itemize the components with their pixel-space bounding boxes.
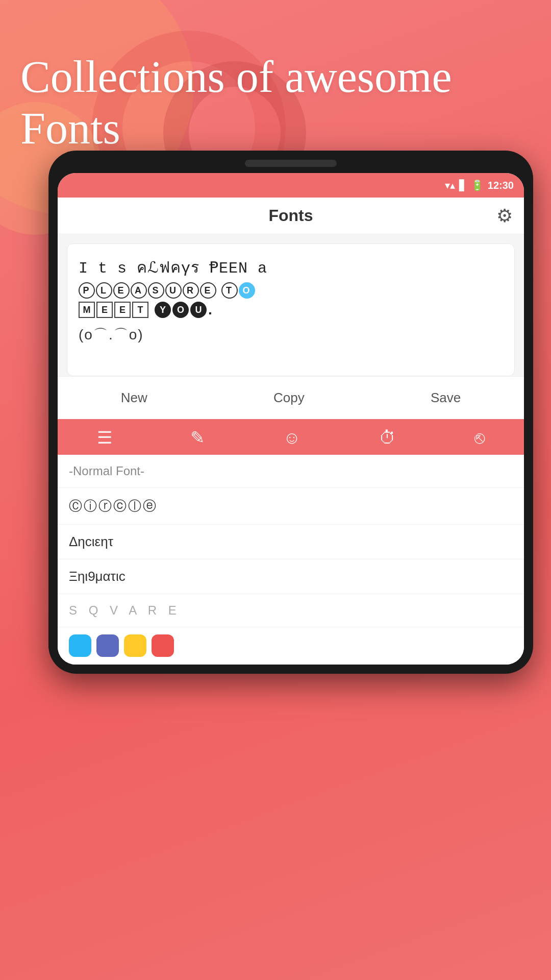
- font-item-enigmatic[interactable]: Ξηι9ματιc: [58, 559, 524, 594]
- settings-button[interactable]: ⚙: [496, 205, 513, 227]
- font-section-label: -Normal Font-: [58, 455, 524, 488]
- tab-history-icon[interactable]: ⏱: [379, 428, 396, 448]
- box-E: E: [96, 302, 113, 318]
- tab-bar: ☰ ✎ ☺ ⏱ ⎋: [58, 419, 524, 455]
- font-enigmatic-display: Ξηι9ματιc: [69, 569, 126, 584]
- font-circle-display: Ⓒⓘⓡⓒⓛⓔ: [69, 498, 158, 513]
- circle-Y: Y: [155, 302, 171, 318]
- font-ancient-display: Δηcιεητ: [69, 534, 113, 549]
- brand-dot-yellow: [124, 634, 146, 657]
- wifi-icon: ▾▴: [445, 179, 455, 191]
- brand-dot-blue: [69, 634, 91, 657]
- circle-U: U: [190, 302, 207, 318]
- period: .: [208, 302, 212, 318]
- signal-icon: ▋: [459, 179, 467, 191]
- box-E2: E: [114, 302, 131, 318]
- preview-line2: P L E A S U R E T O: [79, 282, 503, 299]
- tab-edit-icon[interactable]: ✎: [190, 427, 205, 448]
- font-item-brand[interactable]: [58, 627, 524, 665]
- brand-dot-purple: [96, 634, 119, 657]
- brand-dot-red: [152, 634, 174, 657]
- letter-T: T: [221, 282, 238, 299]
- phone-speaker: [245, 160, 337, 167]
- app-title: Fonts: [268, 206, 313, 225]
- battery-icon: 🔋: [471, 179, 484, 191]
- letter-E: E: [113, 282, 130, 299]
- font-list: -Normal Font- Ⓒⓘⓡⓒⓛⓔ Δηcιεητ Ξηι9ματιc S…: [58, 455, 524, 665]
- font-square-display: S Q V A R E: [69, 603, 181, 617]
- font-item-ancient[interactable]: Δηcιεητ: [58, 525, 524, 559]
- preview-line1: I t s คℒฟคγร ⱣEEN a: [79, 255, 503, 279]
- box-T: T: [132, 302, 148, 318]
- letter-L: L: [96, 282, 112, 299]
- save-button[interactable]: Save: [415, 386, 476, 410]
- preview-area: I t s คℒฟคγร ⱣEEN a P L E A S U R E T O: [67, 243, 515, 376]
- tab-list-icon[interactable]: ☰: [97, 427, 112, 448]
- letter-U: U: [165, 282, 182, 299]
- phone-screen: ▾▴ ▋ 🔋 12:30 Fonts ⚙ I t s คℒฟคγร ⱣEEN a…: [58, 173, 524, 665]
- new-button[interactable]: New: [106, 386, 163, 410]
- letter-P: P: [79, 282, 95, 299]
- letter-S: S: [148, 282, 164, 299]
- letter-O-blue: O: [239, 282, 255, 299]
- box-M: M: [79, 302, 95, 318]
- letter-E2: E: [200, 282, 216, 299]
- tab-share-icon[interactable]: ⎋: [474, 428, 485, 448]
- phone-mockup: ▾▴ ▋ 🔋 12:30 Fonts ⚙ I t s คℒฟคγร ⱣEEN a…: [48, 151, 533, 674]
- preview-line3: M E E T Y O U .: [79, 302, 503, 318]
- letter-A: A: [131, 282, 147, 299]
- copy-button[interactable]: Copy: [258, 386, 320, 410]
- kaomoji: (o⌒.⌒o): [79, 325, 503, 345]
- app-header: Fonts ⚙: [58, 198, 524, 234]
- status-time: 12:30: [488, 180, 514, 191]
- letter-R: R: [183, 282, 199, 299]
- status-bar: ▾▴ ▋ 🔋 12:30: [58, 173, 524, 198]
- action-buttons: New Copy Save: [58, 376, 524, 419]
- font-item-square[interactable]: S Q V A R E: [58, 594, 524, 627]
- tab-emoji-icon[interactable]: ☺: [283, 428, 301, 448]
- circle-O: O: [172, 302, 189, 318]
- headline-text: Collections of awesome Fonts: [20, 51, 531, 154]
- font-item-circle[interactable]: Ⓒⓘⓡⓒⓛⓔ: [58, 488, 524, 525]
